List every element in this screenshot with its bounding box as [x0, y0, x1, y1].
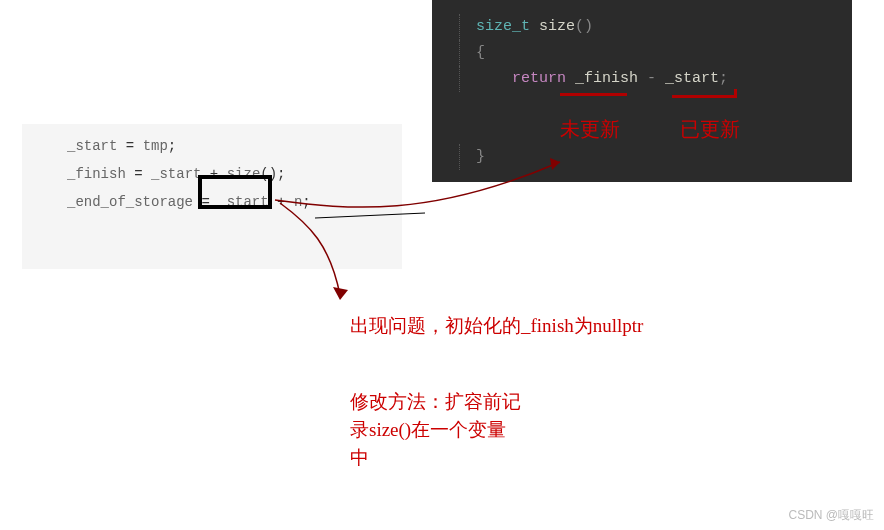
label-updated: 已更新	[680, 116, 740, 143]
fix-line-3: 中	[350, 444, 570, 472]
watermark: CSDN @嘎嘎旺	[788, 507, 874, 524]
fix-line-2: 录size()在一个变量	[350, 416, 570, 444]
underline-start	[672, 95, 737, 98]
dark-line-5	[450, 118, 834, 144]
dark-line-6: }	[450, 144, 834, 170]
dark-code-block: size_t size() { return _finish - _start;…	[432, 0, 852, 182]
code-line-2: _finish = _start + size();	[22, 160, 402, 188]
dark-line-3: return _finish - _start;	[450, 66, 834, 92]
dark-line-2: {	[450, 40, 834, 66]
fix-line-1: 修改方法：扩容前记	[350, 388, 570, 416]
label-not-updated: 未更新	[560, 116, 620, 143]
light-code-block: _start = tmp; _finish = _start + size();…	[22, 124, 402, 269]
dark-line-1: size_t size()	[450, 14, 834, 40]
code-line-3: _end_of_storage = _start + n;	[22, 188, 402, 216]
underline-finish	[560, 93, 627, 96]
code-line-1: _start = tmp;	[22, 132, 402, 160]
annotation-fix: 修改方法：扩容前记 录size()在一个变量 中	[350, 388, 570, 472]
annotation-problem: 出现问题，初始化的_finish为nullptr	[350, 312, 643, 340]
dark-line-4	[450, 92, 834, 118]
